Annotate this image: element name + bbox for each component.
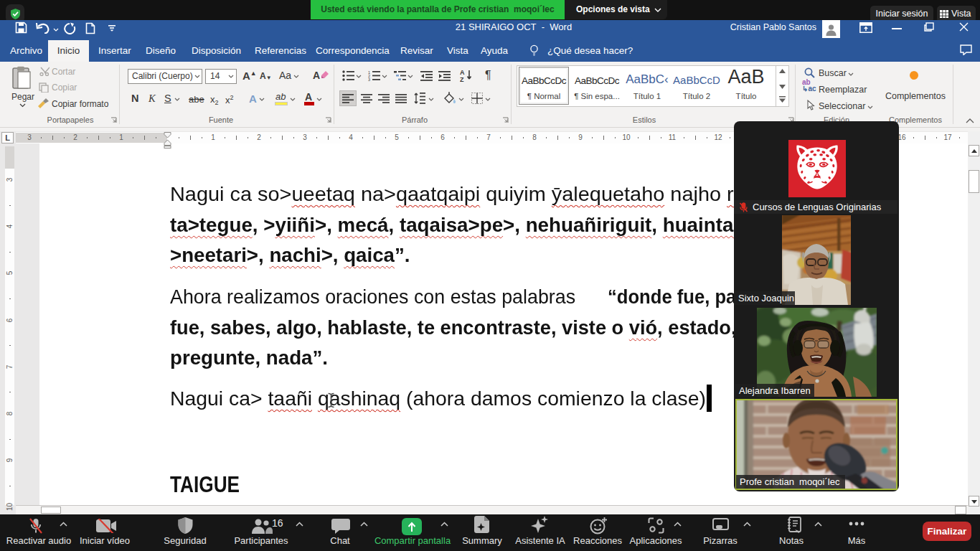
svg-text:3: 3 bbox=[368, 77, 370, 81]
svg-text:Z: Z bbox=[460, 76, 464, 83]
svg-text:A: A bbox=[460, 69, 465, 76]
